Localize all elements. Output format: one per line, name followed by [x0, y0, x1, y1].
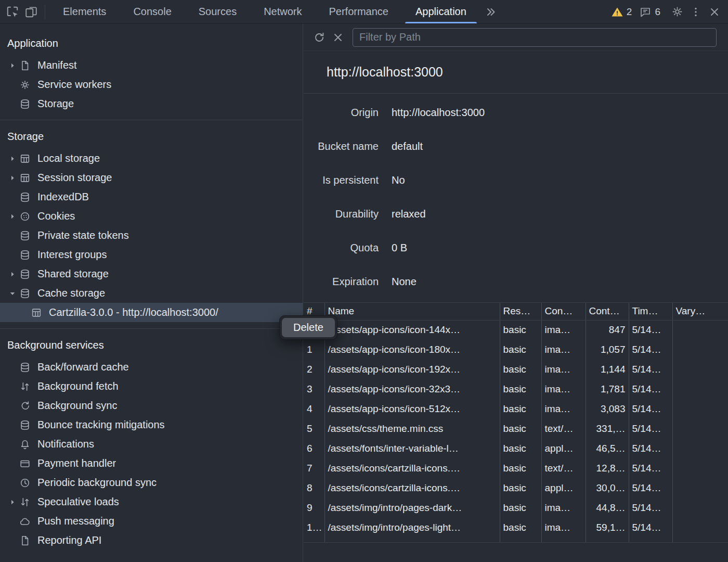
context-menu-item-delete[interactable]: Delete	[282, 318, 335, 337]
up-down-arrows-icon	[19, 380, 31, 393]
issues-button[interactable]: 6	[639, 6, 660, 18]
sidebar-item-cache-storage[interactable]: Cache storage	[0, 284, 303, 303]
sidebar-item-shared-storage[interactable]: Shared storage	[0, 264, 303, 284]
tab-application[interactable]: Application	[402, 0, 480, 23]
table-row[interactable]: 8/assets/icons/cartzilla-icons.…basicapp…	[304, 478, 728, 498]
delete-selected-button[interactable]	[329, 28, 347, 47]
section-title: Background services	[0, 332, 303, 357]
meta-label: Quota	[304, 242, 379, 254]
toggle-device-toolbar-button[interactable]	[22, 3, 41, 21]
col-header-content-type[interactable]: Con…	[541, 303, 586, 320]
filter-by-path-input[interactable]	[353, 28, 717, 47]
tab-network[interactable]: Network	[250, 0, 315, 23]
col-header-response-type[interactable]: Res…	[500, 303, 541, 320]
table-row[interactable]: 7/assets/icons/cartzilla-icons.…basictex…	[304, 458, 728, 478]
meta-value: default	[392, 140, 423, 152]
chevron-right-icon[interactable]	[6, 210, 19, 223]
twisty-spacer	[18, 306, 30, 319]
chevron-right-icon[interactable]	[6, 59, 19, 72]
device-toolbar-icon	[24, 5, 38, 19]
cell-vary	[672, 518, 728, 538]
sidebar-item-service-workers[interactable]: Service workers	[0, 75, 303, 94]
meta-label: Expiration	[304, 276, 379, 288]
sidebar-item-payment-handler[interactable]: Payment handler	[0, 454, 303, 473]
cell-name: /assets/app-icons/icon-180x…	[324, 340, 500, 360]
sidebar-item-label: Manifest	[37, 59, 77, 71]
tab-performance[interactable]: Performance	[316, 0, 402, 23]
tab-elements[interactable]: Elements	[49, 0, 120, 23]
table-row[interactable]: 1/assets/app-icons/icon-180x…basicima…1,…	[304, 340, 728, 360]
cell-response-type: basic	[500, 478, 541, 498]
warnings-button[interactable]: 2	[611, 6, 632, 18]
table-row[interactable]: 4/assets/app-icons/icon-512x…basicima…3,…	[304, 399, 728, 419]
cell-vary	[672, 478, 728, 498]
col-header-name[interactable]: Name	[324, 303, 500, 320]
meta-row: Quota0 B	[304, 231, 728, 265]
inspect-element-button[interactable]	[3, 3, 22, 21]
table-row[interactable]: 5/assets/css/theme.min.cssbasictext/…331…	[304, 419, 728, 439]
database-icon	[19, 287, 31, 300]
cell-name: /assets/app-icons/icon-32x3…	[324, 379, 500, 399]
cell-index: 1…	[304, 518, 324, 538]
more-tabs-button[interactable]	[480, 3, 501, 21]
customize-menu-button[interactable]	[686, 3, 705, 21]
sidebar-item-background-fetch[interactable]: Background fetch	[0, 377, 303, 396]
tab-sources[interactable]: Sources	[185, 0, 250, 23]
cell-content-length: 30,0…	[586, 478, 629, 498]
settings-button[interactable]	[668, 3, 686, 21]
sidebar-item-notifications[interactable]: Notifications	[0, 435, 303, 454]
sidebar-item-background-sync[interactable]: Background sync	[0, 396, 303, 415]
cell-index: 9	[304, 498, 324, 518]
sidebar-item-session-storage[interactable]: Session storage	[0, 168, 303, 187]
chevron-right-icon[interactable]	[6, 152, 19, 165]
table-row[interactable]: 6/assets/fonts/inter-variable-l…basicapp…	[304, 439, 728, 458]
sidebar-item-back-forward-cache[interactable]: Back/forward cache	[0, 357, 303, 377]
cell-response-type: basic	[500, 360, 541, 379]
cell-content-length: 1,144	[586, 360, 629, 379]
cell-content-type: ima…	[541, 320, 586, 340]
cell-content-length: 847	[586, 320, 629, 340]
refresh-button[interactable]	[310, 28, 329, 47]
twisty-spacer	[6, 229, 19, 242]
col-header-content-length[interactable]: Cont…	[586, 303, 629, 320]
sidebar-item-speculative-loads[interactable]: Speculative loads	[0, 492, 303, 512]
sidebar-item-label: Service workers	[37, 79, 111, 91]
table-row[interactable]: 0/assets/app-icons/icon-144x…basicima…84…	[304, 320, 728, 340]
clock-icon	[19, 477, 31, 489]
sidebar-item-label: Private state tokens	[37, 229, 129, 241]
cell-response-type: basic	[500, 439, 541, 458]
sidebar-item-reporting-api[interactable]: Reporting API	[0, 531, 303, 550]
sidebar-item-private-state-tokens[interactable]: Private state tokens	[0, 226, 303, 245]
sidebar-item-cartzilla-cache[interactable]: Cartzilla-3.0.0 - http://localhost:3000/	[0, 303, 303, 322]
twisty-spacer	[6, 534, 19, 547]
table-row[interactable]: 2/assets/app-icons/icon-192x…basicima…1,…	[304, 360, 728, 379]
cell-content-type: ima…	[541, 498, 586, 518]
table-row[interactable]: 3/assets/app-icons/icon-32x3…basicima…1,…	[304, 379, 728, 399]
sidebar-item-push-messaging[interactable]: Push messaging	[0, 512, 303, 531]
table-row[interactable]: 9/assets/img/intro/pages-dark…basicima…4…	[304, 498, 728, 518]
cell-name: /assets/icons/cartzilla-icons.…	[324, 458, 500, 478]
sidebar-item-local-storage[interactable]: Local storage	[0, 149, 303, 168]
sidebar-item-storage[interactable]: Storage	[0, 94, 303, 113]
sidebar-item-interest-groups[interactable]: Interest groups	[0, 245, 303, 264]
sidebar-item-indexeddb[interactable]: IndexedDB	[0, 187, 303, 207]
tab-console[interactable]: Console	[120, 0, 185, 23]
col-header-time-cached[interactable]: Tim…	[629, 303, 672, 320]
table-grid-icon	[30, 306, 43, 319]
close-devtools-button[interactable]	[705, 3, 724, 21]
sidebar-item-manifest[interactable]: Manifest	[0, 56, 303, 75]
cell-index: 1…	[304, 538, 324, 543]
sidebar-item-periodic-background-sync[interactable]: Periodic background sync	[0, 473, 303, 492]
cell-content-length: 9,449…	[586, 538, 629, 543]
table-row[interactable]: 1…/assets/img/intro/pages-light…basicima…	[304, 518, 728, 538]
chevron-down-icon[interactable]	[6, 287, 19, 300]
sidebar-item-cookies[interactable]: Cookies	[0, 207, 303, 226]
chevron-right-icon[interactable]	[6, 268, 19, 280]
cell-index: 6	[304, 439, 324, 458]
cache-storage-panel: http://localhost:3000 Originhttp://local…	[304, 24, 728, 562]
sidebar-item-bounce-tracking-mitigations[interactable]: Bounce tracking mitigations	[0, 415, 303, 435]
chevron-right-icon[interactable]	[6, 496, 19, 508]
table-row[interactable]: 1…/assets/js/theme.min.jsbasictext/…9,44…	[304, 538, 728, 543]
chevron-right-icon[interactable]	[6, 172, 19, 184]
col-header-vary[interactable]: Vary…	[672, 303, 728, 320]
